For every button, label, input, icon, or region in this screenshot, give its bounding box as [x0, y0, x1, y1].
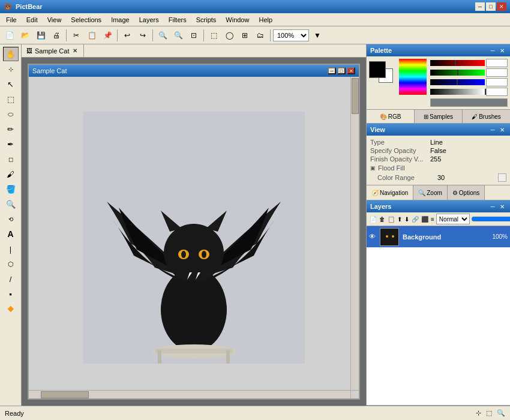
toolbar-zoom-out[interactable]: 🔍: [155, 28, 170, 43]
tool-select[interactable]: ⊹: [3, 62, 19, 76]
palette-tab-samples[interactable]: ⊞ Samples: [415, 110, 463, 123]
maximize-button[interactable]: □: [486, 2, 496, 11]
alpha-slider[interactable]: [430, 89, 485, 95]
view-finish-label: Finish Opacity V...: [370, 155, 430, 163]
menu-item-window[interactable]: Window: [221, 15, 254, 25]
green-slider[interactable]: [430, 70, 485, 76]
palette-tab-brushes[interactable]: 🖌 Brushes: [463, 110, 510, 123]
zoom-icon: 🔍: [418, 190, 425, 196]
toolbar-open[interactable]: 📂: [18, 28, 32, 43]
canvas-minimize-btn[interactable]: ─: [328, 67, 336, 74]
menu-item-layers[interactable]: Layers: [134, 15, 164, 25]
close-button[interactable]: ✕: [497, 2, 506, 11]
tool-zoom[interactable]: 🔍: [3, 197, 19, 211]
palette-tab-rgb[interactable]: 🎨 RGB: [367, 110, 415, 123]
layers-minimize-btn[interactable]: ─: [488, 203, 497, 210]
blue-value[interactable]: 122: [486, 78, 508, 86]
layer-move-up-btn[interactable]: ⬆: [397, 214, 403, 224]
scrollbar-thumb-v[interactable]: [352, 78, 359, 114]
layers-close-btn[interactable]: ✕: [498, 203, 506, 210]
palette-tabs: 🎨 RGB ⊞ Samples 🖌 Brushes: [367, 109, 510, 123]
view-tabs: 🧭 Navigation 🔍 Zoom ⚙ Options: [367, 185, 510, 200]
tool-slice[interactable]: /: [3, 272, 19, 286]
toolbar-channels[interactable]: ⊞: [238, 28, 252, 43]
tool-pen[interactable]: ✒: [3, 137, 19, 151]
green-value[interactable]: 124: [486, 68, 508, 77]
view-tab-navigation[interactable]: 🧭 Navigation: [367, 185, 413, 200]
alpha-value[interactable]: 255: [486, 88, 508, 96]
color-gradient[interactable]: [399, 59, 427, 95]
foreground-color[interactable]: [369, 61, 386, 78]
menu-item-selections[interactable]: Selections: [66, 15, 106, 25]
red-value[interactable]: 115: [486, 59, 508, 67]
menu-item-edit[interactable]: Edit: [22, 15, 43, 25]
palette-minimize-btn[interactable]: ─: [488, 47, 497, 54]
toolbar-select-rect[interactable]: ⬚: [206, 28, 221, 43]
tool-brush[interactable]: 🖌: [3, 167, 19, 181]
tool-rect-shape[interactable]: ▪: [3, 287, 19, 301]
tool-rect-select[interactable]: ⬚: [3, 92, 19, 106]
toolbar-undo[interactable]: ↩: [120, 28, 134, 43]
tab-close-button[interactable]: ✕: [71, 47, 79, 55]
tool-arrow[interactable]: ↖: [3, 77, 19, 91]
menu-item-scripts[interactable]: Scripts: [191, 15, 221, 25]
layer-link-btn[interactable]: 🔗: [411, 214, 419, 224]
toolbar-paste[interactable]: 📌: [100, 28, 115, 43]
options-icon: ⚙: [452, 190, 458, 196]
tool-shape[interactable]: 🔶: [3, 302, 19, 316]
svg-rect-12: [155, 349, 233, 353]
toolbar-layers[interactable]: 🗂: [253, 28, 268, 43]
layer-new-btn[interactable]: 📄: [369, 214, 377, 224]
blue-slider[interactable]: [430, 79, 485, 85]
toolbar-redo[interactable]: ↪: [136, 28, 150, 43]
tool-text[interactable]: A: [3, 227, 19, 241]
minimize-button[interactable]: ─: [475, 2, 485, 11]
menu-item-view[interactable]: View: [43, 15, 67, 25]
layer-menu-btn[interactable]: ≡: [430, 214, 435, 224]
tool-move[interactable]: ✋: [3, 47, 19, 61]
menu-item-help[interactable]: Help: [254, 15, 277, 25]
canvas-maximize-btn[interactable]: □: [337, 67, 346, 74]
tool-fill[interactable]: 🪣: [3, 182, 19, 196]
toolbar-copy[interactable]: 📋: [85, 28, 99, 43]
tool-polygon[interactable]: ⬡: [3, 257, 19, 271]
tab-sample-cat[interactable]: 🖼 Sample Cat ✕: [22, 44, 84, 57]
tool-line[interactable]: |: [3, 242, 19, 256]
layer-duplicate-btn[interactable]: 📋: [387, 214, 395, 224]
toolbar-zoom-in[interactable]: 🔍: [171, 28, 185, 43]
hue-gradient[interactable]: [399, 59, 427, 95]
palette-close-btn[interactable]: ✕: [498, 47, 506, 54]
menu-item-image[interactable]: Image: [106, 15, 134, 25]
view-close-btn[interactable]: ✕: [498, 126, 506, 133]
view-tab-options[interactable]: ⚙ Options: [448, 185, 485, 200]
view-tab-zoom[interactable]: 🔍 Zoom: [413, 185, 448, 200]
vertical-scrollbar[interactable]: [350, 77, 359, 390]
tool-pencil[interactable]: ✏: [3, 122, 19, 136]
scrollbar-thumb-h[interactable]: [41, 391, 89, 398]
menu-item-filters[interactable]: Filters: [164, 15, 191, 25]
toolbar-select-circ[interactable]: ◯: [222, 28, 236, 43]
layer-visibility-icon[interactable]: 👁: [369, 233, 377, 241]
layer-merge-btn[interactable]: ⬛: [421, 214, 429, 224]
toolbar-zoom-fit[interactable]: ⊡: [187, 28, 201, 43]
layer-move-down-btn[interactable]: ⬇: [404, 214, 410, 224]
view-color-range-edit[interactable]: [498, 173, 506, 182]
toolbar-zoom-dropdown[interactable]: ▼: [310, 28, 325, 43]
canvas-close-btn[interactable]: ✕: [347, 67, 355, 74]
red-slider[interactable]: [430, 60, 485, 66]
tool-eraser[interactable]: ◻: [3, 152, 19, 166]
tool-rotate[interactable]: ⟲: [3, 212, 19, 226]
zoom-select[interactable]: 100% 50% 200%: [273, 29, 309, 41]
tool-ellipse-select[interactable]: ⬭: [3, 107, 19, 121]
layer-row-background[interactable]: 👁 Background 100%: [367, 226, 510, 248]
toolbar-save[interactable]: 💾: [34, 28, 48, 43]
layer-delete-btn[interactable]: 🗑: [379, 214, 386, 224]
toolbar-new[interactable]: 📄: [2, 28, 17, 43]
opacity-slider[interactable]: [471, 214, 510, 224]
view-minimize-btn[interactable]: ─: [488, 126, 497, 133]
menu-item-file[interactable]: File: [1, 15, 22, 25]
horizontal-scrollbar[interactable]: [29, 390, 350, 398]
blend-mode-select[interactable]: Normal Multiply Screen: [436, 214, 470, 224]
toolbar-cut[interactable]: ✂: [69, 28, 83, 43]
toolbar-print[interactable]: 🖨: [49, 28, 64, 43]
